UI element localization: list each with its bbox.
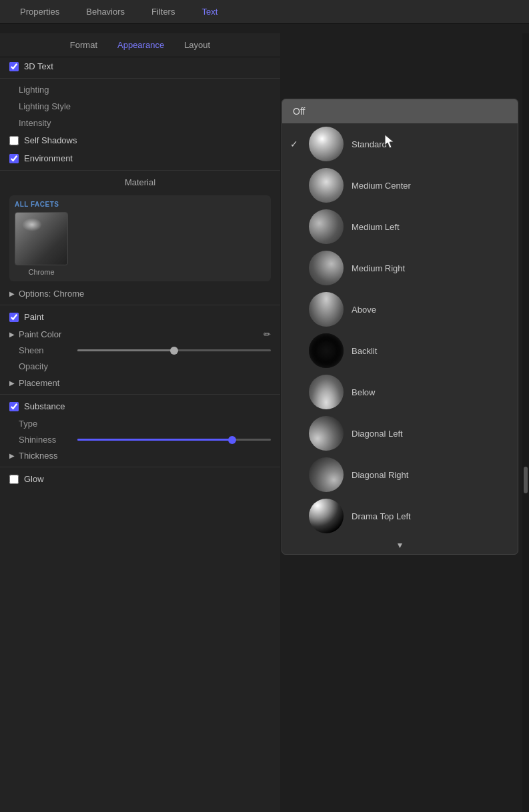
disclosure-arrow-placement: ▶ bbox=[9, 379, 15, 387]
material-thumbnail[interactable] bbox=[15, 212, 68, 265]
opacity-row: Opacity bbox=[0, 358, 280, 375]
lighting-row: Lighting bbox=[0, 81, 280, 98]
tab-format[interactable]: Format bbox=[70, 40, 97, 50]
sphere-diagonal-right bbox=[309, 457, 344, 492]
label-medium-right: Medium Right bbox=[352, 263, 405, 273]
off-label: Off bbox=[293, 106, 305, 117]
sheen-row: Sheen bbox=[0, 343, 280, 358]
label-diagonal-left: Diagonal Left bbox=[352, 429, 403, 439]
sphere-standard bbox=[309, 127, 344, 161]
sphere-medium-right bbox=[309, 251, 344, 285]
intensity-row: Intensity bbox=[0, 115, 280, 131]
tab-properties[interactable]: Properties bbox=[7, 0, 73, 23]
sphere-backlit bbox=[309, 333, 344, 368]
disclosure-arrow-paint-color: ▶ bbox=[9, 331, 15, 338]
options-chrome-label: Options: Chrome bbox=[19, 289, 84, 299]
opacity-label: Opacity bbox=[19, 361, 105, 371]
sphere-drama-top-left bbox=[309, 499, 344, 533]
sphere-diagonal-left bbox=[309, 416, 344, 451]
dropdown-scroll-down[interactable]: ▼ bbox=[282, 537, 518, 554]
left-panel: Format Appearance Layout 3D Text Lightin… bbox=[0, 33, 280, 812]
sub-tab-bar: Format Appearance Layout bbox=[0, 33, 280, 57]
options-chrome-row[interactable]: ▶ Options: Chrome bbox=[0, 285, 280, 302]
shininess-row: Shininess bbox=[0, 432, 280, 447]
glow-checkbox[interactable] bbox=[9, 475, 19, 484]
scrollbar-thumb[interactable] bbox=[524, 467, 528, 493]
placement-label: Placement bbox=[19, 378, 59, 388]
sheen-label: Sheen bbox=[19, 345, 72, 355]
label-medium-center: Medium Center bbox=[352, 181, 411, 191]
disclosure-arrow-options: ▶ bbox=[9, 290, 15, 297]
check-standard: ✓ bbox=[290, 139, 301, 149]
thickness-row[interactable]: ▶ Thickness bbox=[0, 447, 280, 464]
main-tab-bar: Properties Behaviors Filters Text bbox=[0, 0, 529, 24]
dropdown-item-off[interactable]: Off bbox=[282, 99, 518, 123]
sphere-medium-left bbox=[309, 209, 344, 244]
self-shadows-label: Self Shadows bbox=[24, 135, 77, 145]
dropdown-item-medium-right[interactable]: Medium Right bbox=[282, 247, 518, 289]
placement-row[interactable]: ▶ Placement bbox=[0, 375, 280, 391]
label-above: Above bbox=[352, 305, 376, 315]
material-box: ALL FACETS Chrome bbox=[9, 195, 271, 281]
paint-color-edit-icon[interactable]: ✏ bbox=[263, 329, 271, 339]
3d-text-checkbox[interactable] bbox=[9, 62, 19, 71]
self-shadows-row: Self Shadows bbox=[0, 131, 280, 149]
sphere-medium-center bbox=[309, 168, 344, 203]
paint-row: Paint bbox=[0, 308, 280, 326]
dropdown-item-diagonal-left[interactable]: Diagonal Left bbox=[282, 413, 518, 454]
sphere-above bbox=[309, 292, 344, 327]
type-row: Type bbox=[0, 415, 280, 432]
all-facets-label: ALL FACETS bbox=[15, 201, 266, 208]
substance-row: Substance bbox=[0, 397, 280, 415]
type-label: Type bbox=[19, 419, 105, 429]
paint-checkbox[interactable] bbox=[9, 313, 19, 322]
tab-text[interactable]: Text bbox=[188, 0, 231, 23]
lighting-style-label: Lighting Style bbox=[19, 101, 105, 111]
dropdown-item-above[interactable]: Above bbox=[282, 289, 518, 330]
paint-color-label: Paint Color bbox=[19, 329, 61, 339]
label-below: Below bbox=[352, 387, 375, 397]
dropdown-item-medium-left[interactable]: Medium Left bbox=[282, 206, 518, 247]
lighting-label: Lighting bbox=[19, 85, 105, 95]
label-diagonal-right: Diagonal Right bbox=[352, 470, 408, 480]
environment-label: Environment bbox=[24, 153, 73, 163]
dropdown-item-backlit[interactable]: Backlit bbox=[282, 330, 518, 371]
tab-appearance[interactable]: Appearance bbox=[117, 40, 164, 50]
label-standard: Standard bbox=[352, 139, 387, 149]
label-medium-left: Medium Left bbox=[352, 222, 400, 232]
dropdown-item-standard[interactable]: ✓ Standard bbox=[282, 123, 518, 165]
sphere-below bbox=[309, 375, 344, 409]
glow-row: Glow bbox=[0, 470, 280, 488]
paint-color-row[interactable]: ▶ Paint Color ✏ bbox=[0, 326, 280, 343]
3d-text-row: 3D Text bbox=[0, 57, 280, 75]
tab-behaviors[interactable]: Behaviors bbox=[73, 0, 138, 23]
environment-row: Environment bbox=[0, 149, 280, 167]
dropdown-item-medium-center[interactable]: Medium Center bbox=[282, 165, 518, 206]
dropdown-item-below[interactable]: Below bbox=[282, 371, 518, 413]
glow-label: Glow bbox=[24, 474, 44, 484]
environment-checkbox[interactable] bbox=[9, 154, 19, 163]
label-drama-top-left: Drama Top Left bbox=[352, 511, 411, 521]
shininess-label: Shininess bbox=[19, 435, 72, 445]
material-name: Chrome bbox=[28, 268, 54, 276]
label-backlit: Backlit bbox=[352, 346, 377, 356]
lighting-style-row: Lighting Style bbox=[0, 98, 280, 115]
dropdown-item-drama-top-left[interactable]: Drama Top Left bbox=[282, 495, 518, 537]
disclosure-arrow-thickness: ▶ bbox=[9, 452, 15, 459]
shininess-slider[interactable] bbox=[77, 439, 271, 441]
intensity-label: Intensity bbox=[19, 118, 105, 128]
paint-label: Paint bbox=[24, 312, 44, 322]
thickness-label: Thickness bbox=[19, 451, 58, 461]
sheen-slider[interactable] bbox=[77, 349, 271, 351]
tab-layout[interactable]: Layout bbox=[184, 40, 210, 50]
dropdown-item-diagonal-right[interactable]: Diagonal Right bbox=[282, 454, 518, 495]
scrollbar[interactable] bbox=[522, 33, 529, 812]
self-shadows-checkbox[interactable] bbox=[9, 136, 19, 145]
3d-text-label: 3D Text bbox=[24, 61, 53, 71]
tab-filters[interactable]: Filters bbox=[138, 0, 188, 23]
material-section-title: Material bbox=[0, 173, 280, 191]
substance-label: Substance bbox=[24, 401, 65, 411]
substance-checkbox[interactable] bbox=[9, 402, 19, 411]
lighting-style-dropdown: Off ✓ Standard Medium Center Medium Left… bbox=[282, 99, 518, 555]
